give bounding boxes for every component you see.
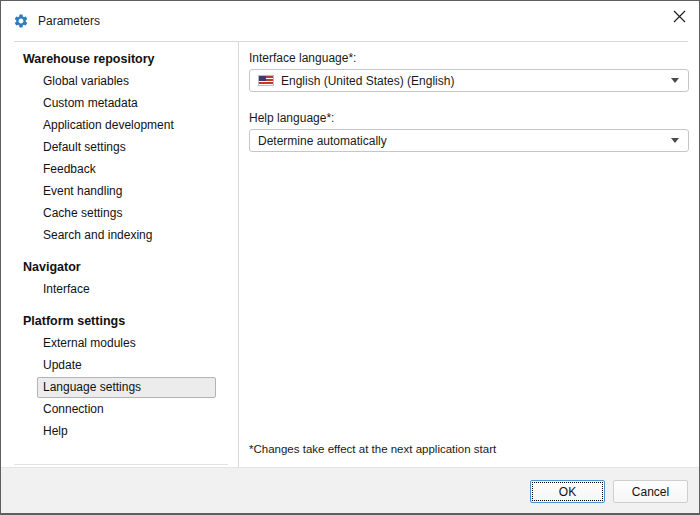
sidebar-item-application-development[interactable]: Application development xyxy=(37,115,216,136)
sidebar-item-event-handling[interactable]: Event handling xyxy=(37,181,216,202)
close-button[interactable] xyxy=(671,10,687,26)
help-language-select[interactable]: Determine automatically xyxy=(249,129,689,152)
parameters-dialog: Parameters Warehouse repository Global v… xyxy=(0,0,700,515)
settings-sidebar: Warehouse repository Global variables Cu… xyxy=(2,42,238,467)
sidebar-item-interface[interactable]: Interface xyxy=(37,279,216,300)
dialog-footer: OK Cancel xyxy=(1,467,699,513)
sidebar-item-feedback[interactable]: Feedback xyxy=(37,159,216,180)
title-bar: Parameters xyxy=(1,1,699,41)
sidebar-bottom-separator xyxy=(14,464,228,465)
help-language-label: Help language*: xyxy=(249,111,687,125)
sidebar-item-language-settings[interactable]: Language settings xyxy=(37,377,216,398)
sidebar-item-update[interactable]: Update xyxy=(37,355,216,376)
sidebar-item-connection[interactable]: Connection xyxy=(37,399,216,420)
language-settings-panel: Interface language*: English (United Sta… xyxy=(239,42,698,467)
sidebar-section-navigator: Navigator xyxy=(2,256,238,278)
sidebar-item-default-settings[interactable]: Default settings xyxy=(37,137,216,158)
help-language-value: Determine automatically xyxy=(258,134,387,148)
sidebar-section-platform-settings: Platform settings xyxy=(2,310,238,332)
us-flag-icon xyxy=(258,75,274,86)
gear-icon xyxy=(13,13,29,29)
sidebar-item-custom-metadata[interactable]: Custom metadata xyxy=(37,93,216,114)
sidebar-item-global-variables[interactable]: Global variables xyxy=(37,71,216,92)
restart-note: *Changes take effect at the next applica… xyxy=(249,443,496,455)
sidebar-item-help[interactable]: Help xyxy=(37,421,216,442)
sidebar-item-search-and-indexing[interactable]: Search and indexing xyxy=(37,225,216,246)
window-title: Parameters xyxy=(38,14,100,28)
interface-language-value: English (United States) (English) xyxy=(281,74,454,88)
ok-button[interactable]: OK xyxy=(530,480,605,503)
sidebar-section-warehouse-repository: Warehouse repository xyxy=(2,48,238,70)
interface-language-label: Interface language*: xyxy=(249,51,687,65)
interface-language-select[interactable]: English (United States) (English) xyxy=(249,69,689,92)
cancel-button[interactable]: Cancel xyxy=(613,480,688,503)
chevron-down-icon xyxy=(671,138,679,143)
chevron-down-icon xyxy=(671,78,679,83)
sidebar-item-cache-settings[interactable]: Cache settings xyxy=(37,203,216,224)
sidebar-item-external-modules[interactable]: External modules xyxy=(37,333,216,354)
close-icon xyxy=(673,10,686,26)
